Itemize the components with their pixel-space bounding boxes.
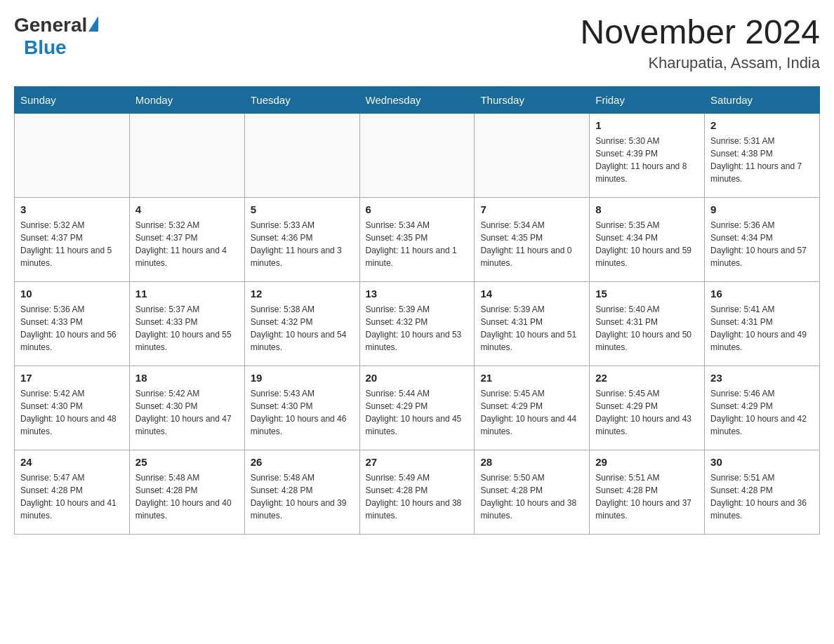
day-number: 25	[135, 455, 239, 471]
day-number: 17	[20, 370, 124, 387]
day-info: Sunrise: 5:48 AMSunset: 4:28 PMDaylight:…	[251, 471, 354, 522]
logo: General Blue	[14, 14, 98, 59]
day-number: 26	[251, 455, 354, 471]
day-info: Sunrise: 5:35 AMSunset: 4:34 PMDaylight:…	[595, 219, 699, 269]
day-info: Sunrise: 5:39 AMSunset: 4:32 PMDaylight:…	[366, 303, 469, 354]
weekday-header-sunday: Sunday	[15, 86, 130, 113]
calendar-header-row: SundayMondayTuesdayWednesdayThursdayFrid…	[15, 86, 820, 113]
day-info: Sunrise: 5:45 AMSunset: 4:29 PMDaylight:…	[480, 387, 583, 438]
day-info: Sunrise: 5:33 AMSunset: 4:36 PMDaylight:…	[251, 219, 354, 269]
weekday-header-monday: Monday	[129, 86, 244, 113]
calendar-cell: 7Sunrise: 5:34 AMSunset: 4:35 PMDaylight…	[475, 197, 590, 281]
day-info: Sunrise: 5:48 AMSunset: 4:28 PMDaylight:…	[135, 471, 239, 522]
logo-triangle-icon	[88, 16, 98, 32]
calendar-week-2: 3Sunrise: 5:32 AMSunset: 4:37 PMDaylight…	[15, 197, 820, 281]
day-number: 10	[20, 286, 124, 302]
day-info: Sunrise: 5:38 AMSunset: 4:32 PMDaylight:…	[251, 303, 354, 354]
title-section: November 2024 Kharupatia, Assam, India	[580, 14, 820, 72]
calendar-cell: 4Sunrise: 5:32 AMSunset: 4:37 PMDaylight…	[129, 197, 244, 281]
day-info: Sunrise: 5:30 AMSunset: 4:39 PMDaylight:…	[595, 135, 699, 185]
calendar-cell: 18Sunrise: 5:42 AMSunset: 4:30 PMDayligh…	[129, 365, 244, 450]
day-number: 4	[135, 202, 239, 218]
day-info: Sunrise: 5:32 AMSunset: 4:37 PMDaylight:…	[135, 219, 239, 269]
calendar-cell: 19Sunrise: 5:43 AMSunset: 4:30 PMDayligh…	[244, 365, 359, 450]
day-number: 28	[480, 455, 583, 471]
day-number: 2	[710, 118, 814, 134]
day-number: 22	[595, 370, 699, 387]
location-title: Kharupatia, Assam, India	[580, 54, 820, 72]
day-info: Sunrise: 5:44 AMSunset: 4:29 PMDaylight:…	[366, 387, 469, 438]
month-title: November 2024	[580, 14, 820, 51]
day-number: 20	[366, 370, 469, 387]
calendar-cell: 13Sunrise: 5:39 AMSunset: 4:32 PMDayligh…	[359, 281, 475, 365]
calendar-cell	[244, 113, 359, 197]
weekday-header-wednesday: Wednesday	[359, 86, 475, 113]
day-number: 29	[595, 455, 699, 471]
day-info: Sunrise: 5:32 AMSunset: 4:37 PMDaylight:…	[20, 219, 124, 269]
day-number: 27	[366, 455, 469, 471]
calendar-table: SundayMondayTuesdayWednesdayThursdayFrid…	[14, 86, 820, 535]
calendar-cell: 1Sunrise: 5:30 AMSunset: 4:39 PMDaylight…	[590, 113, 705, 197]
logo-general-text: General	[14, 14, 87, 36]
calendar-cell	[475, 113, 590, 197]
calendar-cell: 3Sunrise: 5:32 AMSunset: 4:37 PMDaylight…	[15, 197, 130, 281]
day-info: Sunrise: 5:43 AMSunset: 4:30 PMDaylight:…	[251, 387, 354, 438]
calendar-week-1: 1Sunrise: 5:30 AMSunset: 4:39 PMDaylight…	[15, 113, 820, 197]
day-info: Sunrise: 5:37 AMSunset: 4:33 PMDaylight:…	[135, 303, 239, 354]
day-number: 12	[251, 286, 354, 302]
day-number: 16	[710, 286, 814, 302]
day-number: 14	[480, 286, 583, 302]
day-number: 30	[710, 455, 814, 471]
day-info: Sunrise: 5:47 AMSunset: 4:28 PMDaylight:…	[20, 471, 124, 522]
day-number: 3	[20, 202, 124, 218]
day-info: Sunrise: 5:42 AMSunset: 4:30 PMDaylight:…	[135, 387, 239, 438]
day-number: 6	[366, 202, 469, 218]
weekday-header-friday: Friday	[590, 86, 705, 113]
calendar-cell: 25Sunrise: 5:48 AMSunset: 4:28 PMDayligh…	[129, 450, 244, 534]
calendar-cell	[359, 113, 475, 197]
calendar-week-5: 24Sunrise: 5:47 AMSunset: 4:28 PMDayligh…	[15, 450, 820, 534]
day-info: Sunrise: 5:36 AMSunset: 4:33 PMDaylight:…	[20, 303, 124, 354]
day-info: Sunrise: 5:45 AMSunset: 4:29 PMDaylight:…	[595, 387, 699, 438]
day-number: 18	[135, 370, 239, 387]
day-number: 7	[480, 202, 583, 218]
calendar-cell: 23Sunrise: 5:46 AMSunset: 4:29 PMDayligh…	[705, 365, 820, 450]
day-info: Sunrise: 5:31 AMSunset: 4:38 PMDaylight:…	[710, 135, 814, 185]
calendar-cell: 29Sunrise: 5:51 AMSunset: 4:28 PMDayligh…	[590, 450, 705, 534]
calendar-cell	[15, 113, 130, 197]
calendar-cell: 27Sunrise: 5:49 AMSunset: 4:28 PMDayligh…	[359, 450, 475, 534]
calendar-cell: 21Sunrise: 5:45 AMSunset: 4:29 PMDayligh…	[475, 365, 590, 450]
calendar-week-4: 17Sunrise: 5:42 AMSunset: 4:30 PMDayligh…	[15, 365, 820, 450]
day-info: Sunrise: 5:34 AMSunset: 4:35 PMDaylight:…	[366, 219, 469, 269]
day-number: 8	[595, 202, 699, 218]
calendar-cell: 28Sunrise: 5:50 AMSunset: 4:28 PMDayligh…	[475, 450, 590, 534]
calendar-cell: 16Sunrise: 5:41 AMSunset: 4:31 PMDayligh…	[705, 281, 820, 365]
day-info: Sunrise: 5:51 AMSunset: 4:28 PMDaylight:…	[710, 471, 814, 522]
calendar-cell: 15Sunrise: 5:40 AMSunset: 4:31 PMDayligh…	[590, 281, 705, 365]
calendar-cell: 2Sunrise: 5:31 AMSunset: 4:38 PMDaylight…	[705, 113, 820, 197]
day-number: 21	[480, 370, 583, 387]
weekday-header-saturday: Saturday	[705, 86, 820, 113]
calendar-cell: 24Sunrise: 5:47 AMSunset: 4:28 PMDayligh…	[15, 450, 130, 534]
calendar-cell: 9Sunrise: 5:36 AMSunset: 4:34 PMDaylight…	[705, 197, 820, 281]
weekday-header-thursday: Thursday	[475, 86, 590, 113]
calendar-cell: 14Sunrise: 5:39 AMSunset: 4:31 PMDayligh…	[475, 281, 590, 365]
day-info: Sunrise: 5:50 AMSunset: 4:28 PMDaylight:…	[480, 471, 583, 522]
calendar-cell: 10Sunrise: 5:36 AMSunset: 4:33 PMDayligh…	[15, 281, 130, 365]
day-info: Sunrise: 5:40 AMSunset: 4:31 PMDaylight:…	[595, 303, 699, 354]
calendar-cell: 20Sunrise: 5:44 AMSunset: 4:29 PMDayligh…	[359, 365, 475, 450]
day-number: 15	[595, 286, 699, 302]
day-info: Sunrise: 5:51 AMSunset: 4:28 PMDaylight:…	[595, 471, 699, 522]
day-info: Sunrise: 5:39 AMSunset: 4:31 PMDaylight:…	[480, 303, 583, 354]
calendar-cell: 11Sunrise: 5:37 AMSunset: 4:33 PMDayligh…	[129, 281, 244, 365]
day-info: Sunrise: 5:46 AMSunset: 4:29 PMDaylight:…	[710, 387, 814, 438]
calendar-cell	[129, 113, 244, 197]
calendar-cell: 8Sunrise: 5:35 AMSunset: 4:34 PMDaylight…	[590, 197, 705, 281]
calendar-week-3: 10Sunrise: 5:36 AMSunset: 4:33 PMDayligh…	[15, 281, 820, 365]
logo-blue-text: Blue	[24, 36, 67, 59]
day-info: Sunrise: 5:34 AMSunset: 4:35 PMDaylight:…	[480, 219, 583, 269]
calendar-cell: 26Sunrise: 5:48 AMSunset: 4:28 PMDayligh…	[244, 450, 359, 534]
day-number: 1	[595, 118, 699, 134]
calendar-cell: 30Sunrise: 5:51 AMSunset: 4:28 PMDayligh…	[705, 450, 820, 534]
calendar-cell: 22Sunrise: 5:45 AMSunset: 4:29 PMDayligh…	[590, 365, 705, 450]
